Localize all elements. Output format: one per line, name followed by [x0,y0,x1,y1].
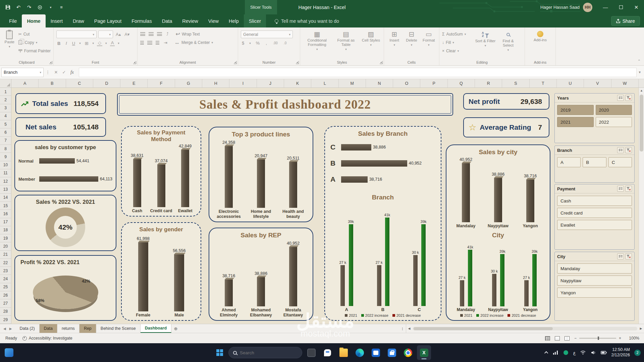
column-header[interactable]: L [311,79,338,87]
top-product-lines-chart[interactable]: Top 3 product lines 24,358Electronic acc… [209,127,313,222]
row-header[interactable]: 9 [0,153,11,161]
taskbar-app-button[interactable] [401,345,415,360]
tray-app-icon[interactable] [563,350,569,356]
column-header[interactable]: D [93,79,120,87]
ribbon-tab[interactable]: Insert [46,14,68,27]
sales-percent-donut-chart[interactable]: Sales % 2022 VS. 2021 42% [14,195,116,251]
qat-dropdown-icon[interactable]: ▾ [48,4,54,10]
row-header[interactable]: 27 [0,299,11,307]
cell-styles-button[interactable]: ▨ Cell Styles▾ [362,29,380,59]
sheet-tab-options-icon[interactable]: ⁝ [399,324,406,333]
font-color-icon[interactable]: A [110,40,115,46]
ribbon-tab[interactable]: View [203,14,224,27]
slicer-item[interactable]: Cash [557,196,632,206]
sheet-nav-left-icon[interactable]: ◀ [3,327,6,330]
clock[interactable]: 12:50 AM 2/12/2026 [611,347,630,358]
autosum-button[interactable]: ΣAutoSum▾ [442,31,473,38]
taskbar-app-button[interactable] [353,345,367,360]
column-header[interactable]: I [229,79,257,87]
row-header[interactable]: 15 [0,202,11,210]
battery-icon[interactable] [601,350,607,356]
row-header[interactable]: 25 [0,283,11,291]
alignment-dialog-launcher[interactable] [234,61,237,64]
sort-filter-button[interactable]: AZ Sort & Filter▾ [475,29,496,59]
undo-icon[interactable]: ↶ [15,4,21,10]
bold-icon[interactable]: B [56,41,61,46]
taskbar-app-button[interactable] [304,345,318,360]
clear-button[interactable]: ×Clear▾ [442,47,473,54]
avatar[interactable]: HH [583,3,592,12]
multi-select-icon[interactable] [617,186,624,192]
tray-activity-icon[interactable] [552,350,558,356]
merge-center-button[interactable]: ↔ Merge & Center▾ [174,40,213,46]
years-slicer[interactable]: Years 2019202020212022 [554,93,635,143]
sheet-tab[interactable]: Dashboard [141,324,171,333]
decrease-decimal-icon[interactable]: .0 [283,41,287,45]
column-header[interactable]: W [611,79,639,87]
ribbon-tab[interactable]: File [4,14,22,27]
align-right-icon[interactable] [156,41,159,45]
decrease-font-icon[interactable]: A▾ [123,32,130,37]
column-header[interactable]: N [366,79,393,87]
taskbar-search[interactable] [228,347,302,358]
row-header[interactable]: 2 [0,96,11,104]
row-header[interactable]: 28 [0,308,11,316]
orientation-icon[interactable]: ⤴ [165,32,170,37]
column-header[interactable]: J [257,79,284,87]
row-header[interactable]: 8 [0,145,11,153]
column-header[interactable]: H [202,79,229,87]
scroll-right-icon[interactable]: ▶ [638,327,644,330]
column-header[interactable]: P [420,79,447,87]
row-header[interactable]: 4 [0,112,11,120]
format-painter-button[interactable]: Format Painter [18,47,51,54]
vertical-scroll-thumb[interactable] [640,95,643,152]
taskbar-app-button[interactable] [369,345,383,360]
row-header[interactable]: 12 [0,177,11,185]
name-box-splitter[interactable]: ⋮ [44,70,52,75]
row-header[interactable]: 18 [0,226,11,234]
row-header[interactable]: 23 [0,267,11,275]
percent-style-icon[interactable]: % [255,41,261,46]
horizontal-scroll-thumb[interactable] [414,327,553,330]
slicer-item[interactable]: 2020 [596,105,632,115]
zoom-level[interactable]: 100% [626,336,639,341]
row-header[interactable]: 5 [0,120,11,128]
start-button[interactable] [213,346,226,359]
slicer-item[interactable]: 2022 [596,117,632,127]
format-as-table-button[interactable]: ▤ Format as Table▾ [334,29,358,59]
sheet-tab[interactable]: Data (2) [15,324,39,333]
slicer-item[interactable]: Naypyitaw [557,276,632,286]
net-sales-card[interactable]: Net sales 105,148 [15,117,106,137]
column-header[interactable]: F [148,79,175,87]
fill-button[interactable]: ↓Fill▾ [442,39,473,46]
ribbon-tab[interactable]: Home [22,14,45,27]
sheet-tab[interactable]: Behind the Scense [96,324,141,333]
column-header[interactable]: V [584,79,611,87]
taskbar-app-button[interactable] [417,345,431,360]
indent-icon[interactable]: ⇥ [163,40,168,45]
new-sheet-button[interactable]: ⊕ [171,324,180,333]
tell-me-box[interactable]: Tell me what you want to do [275,14,339,27]
payment-method-chart[interactable]: Sales by Payment Method 38,631Cash 37,07… [121,126,201,217]
column-header[interactable]: E [120,79,148,87]
branch-slicer[interactable]: Branch ABC [554,145,635,183]
share-button[interactable]: Share [611,16,640,26]
customize-toolbar-icon[interactable]: ≡ [58,4,64,10]
multi-select-icon[interactable] [617,147,624,153]
delete-cells-button[interactable]: ⊟ Delete▾ [404,29,419,59]
zoom-in-icon[interactable]: + [619,336,621,341]
borders-icon[interactable]: ⊞ [84,41,90,46]
font-dialog-launcher[interactable] [133,61,136,64]
row-header[interactable]: 7 [0,137,11,145]
row-header[interactable]: 19 [0,234,11,242]
sales-by-city-card[interactable]: Sales by city 40,952Mandalay 38,886Naypy… [446,144,550,321]
row-header[interactable]: 20 [0,242,11,250]
expand-formula-bar-icon[interactable]: ▾ [639,70,644,74]
column-header[interactable]: B [39,79,66,87]
align-middle-icon[interactable] [149,32,154,36]
column-header[interactable]: O [393,79,420,87]
row-header[interactable]: 29 [0,316,11,324]
minimize-button[interactable]: — [598,0,613,14]
volume-icon[interactable] [590,350,596,356]
sheet-tab[interactable]: Rep [79,324,96,333]
